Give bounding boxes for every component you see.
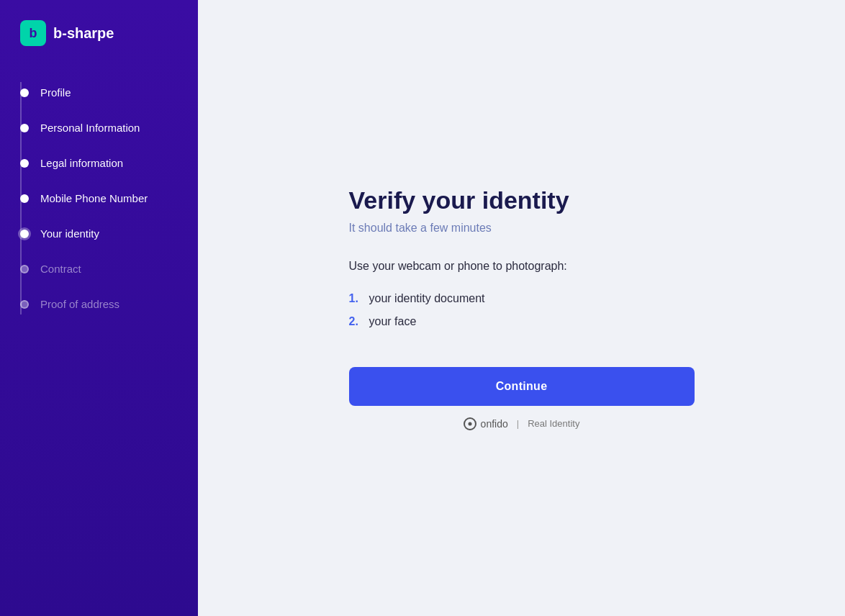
- nav-dot-personal-information: [20, 124, 29, 132]
- list-text-1: your identity document: [369, 292, 485, 305]
- nav-dot-proof-of-address: [20, 300, 29, 309]
- sidebar-item-label: Mobile Phone Number: [40, 192, 148, 204]
- content-card: Verify your identity It should take a fe…: [335, 172, 709, 445]
- nav-dot-legal-information: [20, 159, 29, 168]
- onfido-label: onfido: [481, 418, 508, 430]
- description-text: Use your webcam or phone to photograph:: [349, 258, 695, 275]
- list-item-2: 2. your face: [349, 315, 695, 328]
- sidebar-item-label: Proof of address: [40, 298, 119, 310]
- sidebar-item-mobile-phone-number[interactable]: Mobile Phone Number: [0, 181, 198, 216]
- onfido-divider: |: [517, 418, 519, 429]
- sidebar-item-proof-of-address[interactable]: Proof of address: [0, 286, 198, 322]
- nav-dot-profile: [20, 89, 29, 97]
- sidebar-item-label: Profile: [40, 86, 71, 99]
- sidebar-item-your-identity[interactable]: Your identity: [0, 216, 198, 251]
- logo-area: b b-sharpe: [0, 0, 198, 75]
- logo-text: b-sharpe: [53, 25, 114, 42]
- page-subtitle: It should take a few minutes: [349, 222, 695, 235]
- page-title: Verify your identity: [349, 186, 695, 214]
- sidebar-item-label: Personal Information: [40, 122, 140, 134]
- nav-dot-mobile-phone: [20, 194, 29, 203]
- logo-icon: b: [20, 20, 46, 46]
- nav-dot-your-identity: [20, 230, 29, 238]
- onfido-badge: onfido | Real Identity: [349, 417, 695, 430]
- sidebar-item-label: Your identity: [40, 227, 99, 240]
- main-content: Verify your identity It should take a fe…: [198, 0, 845, 616]
- list-text-2: your face: [369, 315, 417, 328]
- sidebar-item-personal-information[interactable]: Personal Information: [0, 110, 198, 145]
- list-number-1: 1.: [349, 292, 363, 305]
- onfido-icon: [464, 417, 476, 430]
- sidebar-item-label: Legal information: [40, 157, 123, 169]
- sidebar-item-legal-information[interactable]: Legal information: [0, 145, 198, 181]
- list-number-2: 2.: [349, 315, 363, 328]
- real-identity-label: Real Identity: [528, 418, 579, 429]
- continue-button[interactable]: Continue: [349, 367, 695, 406]
- list-item-1: 1. your identity document: [349, 292, 695, 305]
- sidebar-item-label: Contract: [40, 263, 81, 275]
- onfido-logo: onfido: [464, 417, 508, 430]
- svg-point-0: [468, 422, 471, 425]
- sidebar-item-profile[interactable]: Profile: [0, 75, 198, 110]
- nav-dot-contract: [20, 265, 29, 273]
- sidebar-item-contract[interactable]: Contract: [0, 251, 198, 286]
- sidebar: b b-sharpe Profile Personal Information …: [0, 0, 198, 616]
- nav-list: Profile Personal Information Legal infor…: [0, 75, 198, 322]
